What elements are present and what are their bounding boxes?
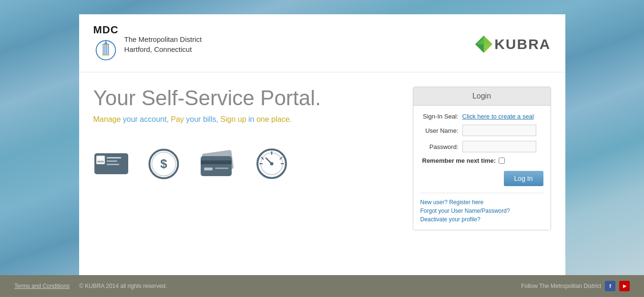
username-row: User Name:: [420, 125, 543, 136]
meter-gauge-icon: [256, 148, 288, 180]
svg-rect-27: [215, 168, 228, 169]
svg-rect-18: [107, 160, 117, 162]
svg-rect-5: [108, 44, 109, 55]
mdc-org-info: The Metropolitan District Hartford, Conn…: [124, 34, 202, 54]
credit-card-icon: [198, 149, 236, 178]
svg-rect-15: [97, 161, 104, 162]
create-seal-link[interactable]: Click here to create a seal: [462, 113, 534, 120]
feature-icons-row: $: [93, 148, 399, 180]
sign-in-seal-row: Sign-In Seal: Click here to create a sea…: [420, 113, 543, 120]
footer-right: Follow The Metropolitan District f ▶: [521, 281, 630, 291]
svg-rect-2: [103, 44, 104, 55]
subtitle-signup: Sign up: [220, 115, 246, 123]
main-card: MDC The Metropolita: [79, 14, 565, 286]
kubra-label: KUBRA: [494, 36, 551, 52]
subtitle-pay: Pay: [171, 115, 184, 123]
left-content: Your Self-Service Portal. Manage your ac…: [93, 87, 399, 230]
mdc-building-icon: [94, 36, 118, 65]
remember-row: Remember me next time:: [420, 157, 543, 164]
footer: Terms and Conditions © KUBRA 2014 all ri…: [0, 275, 644, 297]
subtitle-manage: Manage: [93, 115, 121, 123]
login-links: New user? Register here Forgot your User…: [420, 193, 543, 223]
svg-rect-26: [204, 168, 213, 170]
header: MDC The Metropolita: [79, 14, 565, 72]
login-btn-row: Log In: [420, 171, 543, 186]
subtitle-in: in: [246, 115, 256, 123]
login-button[interactable]: Log In: [504, 171, 543, 186]
svg-marker-12: [484, 36, 492, 44]
login-panel: Login Sign-In Seal: Click here to create…: [413, 87, 551, 230]
svg-rect-4: [106, 43, 107, 55]
subtitle-your1: your account,: [121, 115, 171, 123]
deactivate-link[interactable]: Deactivate your profile?: [420, 216, 543, 223]
terms-link[interactable]: Terms and Conditions: [14, 283, 70, 289]
portal-subtitle: Manage your account, Pay your bills, Sig…: [93, 115, 399, 124]
svg-rect-17: [107, 157, 121, 158]
svg-rect-6: [102, 44, 110, 45]
new-user-link[interactable]: New user? Register here: [420, 199, 543, 206]
portal-title: Your Self-Service Portal.: [93, 87, 399, 109]
svg-rect-25: [201, 160, 232, 164]
svg-rect-3: [104, 43, 105, 55]
org-name-line2: Hartford, Connecticut: [124, 44, 202, 54]
password-row: Password:: [420, 141, 543, 152]
follow-text: Follow The Metropolitan District: [521, 283, 601, 289]
svg-point-36: [270, 162, 273, 166]
svg-text:$: $: [160, 157, 167, 171]
username-input[interactable]: [462, 125, 536, 136]
svg-rect-24: [201, 156, 232, 176]
mdc-abbreviation: MDC: [93, 24, 119, 36]
svg-rect-7: [102, 55, 110, 55]
password-label: Password:: [420, 143, 459, 150]
subtitle-one-place: one place.: [256, 115, 292, 123]
header-left: MDC The Metropolita: [93, 24, 202, 65]
remember-label: Remember me next time:: [422, 157, 496, 164]
password-input[interactable]: [462, 141, 536, 152]
login-header: Login: [413, 87, 551, 106]
mdc-logo: MDC: [93, 24, 119, 65]
svg-rect-16: [97, 157, 104, 160]
dollar-coin-icon: $: [148, 148, 179, 179]
sign-in-seal-label: Sign-In Seal:: [420, 113, 459, 120]
youtube-icon[interactable]: ▶: [619, 281, 630, 291]
username-label: User Name:: [420, 127, 459, 134]
org-name-line1: The Metropolitan District: [124, 34, 202, 44]
facebook-icon[interactable]: f: [605, 281, 615, 291]
remember-checkbox[interactable]: [499, 158, 505, 164]
content-area: Your Self-Service Portal. Manage your ac…: [79, 72, 565, 245]
forgot-credentials-link[interactable]: Forgot your User Name/Password?: [420, 208, 543, 214]
footer-left: Terms and Conditions © KUBRA 2014 all ri…: [14, 283, 167, 289]
id-card-icon: [93, 149, 129, 178]
login-body: Sign-In Seal: Click here to create a sea…: [413, 106, 551, 230]
kubra-logo: KUBRA: [475, 36, 551, 53]
subtitle-your2: your bills,: [184, 115, 220, 123]
kubra-diamond-icon: [475, 36, 492, 53]
footer-copyright: © KUBRA 2014 all rights reserved.: [79, 283, 167, 289]
svg-rect-19: [107, 164, 119, 165]
